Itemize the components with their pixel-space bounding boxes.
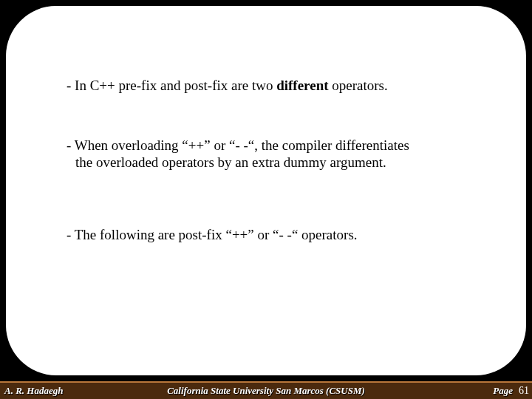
- text: - In C++ pre-fix and post-fix are two: [66, 78, 276, 93]
- bullet-1: - In C++ pre-fix and post-fix are two di…: [66, 77, 495, 94]
- bullet-3: - The following are post-fix “++” or “- …: [66, 226, 495, 243]
- text-bold: different: [276, 78, 328, 93]
- text-line: - When overloading “++” or “- -“, the co…: [66, 137, 495, 154]
- footer-page-number: 61: [519, 385, 529, 397]
- text-line: the overloaded operators by an extra dum…: [66, 154, 495, 171]
- footer-institution: California State University San Marcos (…: [0, 385, 532, 397]
- footer-page-label: Page: [493, 385, 513, 397]
- text: operators.: [329, 78, 388, 93]
- bullet-2: - When overloading “++” or “- -“, the co…: [66, 137, 495, 171]
- slide-body: - In C++ pre-fix and post-fix are two di…: [66, 77, 495, 243]
- slide-root: - In C++ pre-fix and post-fix are two di…: [0, 0, 532, 399]
